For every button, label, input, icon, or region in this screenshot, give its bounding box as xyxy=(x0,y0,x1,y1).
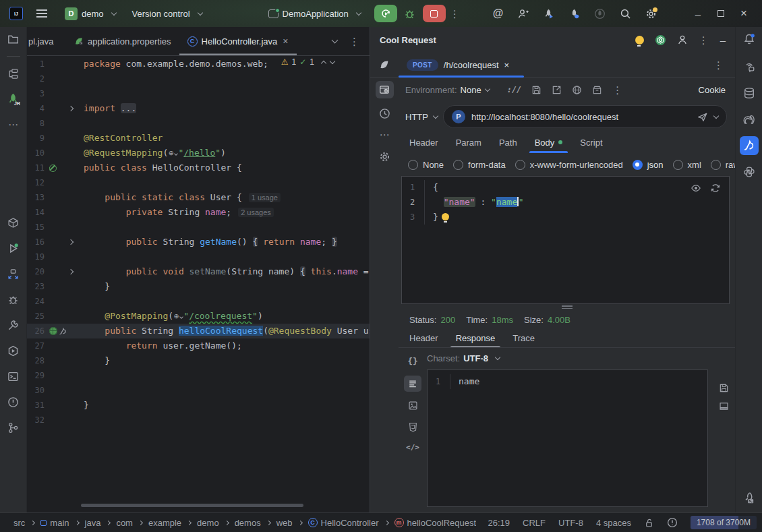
save-response-button[interactable] xyxy=(719,383,729,393)
code-line[interactable]: 31} xyxy=(27,398,370,413)
database-tool-button[interactable] xyxy=(740,84,759,102)
fold-arrow-icon[interactable] xyxy=(68,269,74,274)
more-tools-button[interactable]: ⋯ xyxy=(4,115,23,134)
lightbulb-icon[interactable] xyxy=(442,213,449,220)
java-rest-tool-button[interactable]: JR xyxy=(4,90,23,109)
preview-eye-button[interactable] xyxy=(691,183,701,194)
code-line[interactable]: 19 xyxy=(27,249,370,264)
save-request-button[interactable] xyxy=(531,85,541,95)
line-separator[interactable]: CRLF xyxy=(523,518,546,528)
code-line[interactable]: 8 xyxy=(27,116,370,131)
code-line[interactable]: 14 private String name;2 usages xyxy=(27,205,370,220)
body-line[interactable]: 1{ xyxy=(402,180,729,195)
api-gutter-icon[interactable] xyxy=(49,327,57,335)
cool-request-gutter-icon[interactable] xyxy=(59,327,67,336)
debug-tool-button[interactable] xyxy=(4,290,23,309)
chevron-down-icon[interactable] xyxy=(495,354,500,359)
refresh-body-button[interactable] xyxy=(710,183,721,194)
python-tool-button[interactable] xyxy=(740,162,759,181)
code-line[interactable]: 12 xyxy=(27,175,370,190)
response-line[interactable]: 1name xyxy=(428,374,707,389)
project-tool-button[interactable] xyxy=(4,30,23,49)
body-line[interactable]: 2 "name" : "name" xyxy=(402,195,729,210)
search-everywhere-button[interactable] xyxy=(620,8,631,20)
code-line[interactable]: 23 } xyxy=(27,279,370,294)
breadcrumb-item[interactable]: mhelloCoolRequest xyxy=(394,518,477,528)
url-input[interactable]: P http://localhost:8080/hello/coolreques… xyxy=(443,105,727,128)
breadcrumb-item[interactable]: main xyxy=(40,518,69,528)
inspections-status-button[interactable] xyxy=(667,517,678,528)
globe-icon[interactable]: ⊕ xyxy=(173,312,183,321)
export-button[interactable] xyxy=(552,85,562,95)
close-tab-icon[interactable]: × xyxy=(283,36,288,47)
editor-tab[interactable]: pl.java xyxy=(27,27,66,55)
globe-settings-button[interactable] xyxy=(572,85,582,95)
gradle-tool-button[interactable] xyxy=(740,110,759,129)
window-close-button[interactable]: × xyxy=(732,7,755,20)
code-line[interactable]: 4import ... xyxy=(27,101,370,116)
rail-settings-button[interactable] xyxy=(376,148,392,165)
text-view-button[interactable] xyxy=(404,376,421,392)
vcs-widget[interactable]: Version control xyxy=(128,6,206,22)
archive-button[interactable] xyxy=(592,85,602,95)
next-problem-button[interactable] xyxy=(330,58,335,63)
run-more-button[interactable]: ⋮ xyxy=(446,6,465,22)
editor-tab[interactable]: CHelloController.java× xyxy=(179,27,297,55)
breadcrumb-item[interactable]: java xyxy=(85,518,101,528)
html-view-button[interactable] xyxy=(405,419,421,435)
editor-tab[interactable]: application.properties xyxy=(66,27,179,55)
code-line[interactable]: 9@RestController xyxy=(27,131,370,146)
cool-request-tool-button[interactable] xyxy=(740,136,759,155)
run-anything-tool-button[interactable] xyxy=(4,341,23,360)
code-line[interactable]: 28 } xyxy=(27,353,370,368)
window-minimize-button[interactable]: – xyxy=(686,8,709,20)
close-tab-icon[interactable]: × xyxy=(504,60,510,70)
image-view-button[interactable] xyxy=(405,397,421,413)
protocol-select[interactable]: HTTP xyxy=(405,112,438,122)
inspection-widget[interactable]: ⚠1 ✓1 xyxy=(281,57,334,67)
problems-tool-button[interactable] xyxy=(4,392,23,411)
panel-options-button[interactable]: ⋮ xyxy=(699,35,709,45)
charset-value[interactable]: UTF-8 xyxy=(463,353,488,363)
readonly-lock-button[interactable] xyxy=(644,518,654,528)
rail-more-button[interactable]: ⋯ xyxy=(380,128,390,142)
open-in-window-button[interactable] xyxy=(719,401,729,411)
breadcrumb-item[interactable]: demos xyxy=(235,518,261,528)
notifications-button[interactable] xyxy=(740,30,759,49)
code-line[interactable]: 16 public String getName() { return name… xyxy=(27,235,370,249)
breadcrumb-item[interactable]: com xyxy=(116,518,133,528)
tab-path[interactable]: Path xyxy=(499,131,517,153)
body-type-xml[interactable]: xml xyxy=(673,160,701,170)
body-type-none[interactable]: None xyxy=(408,160,444,170)
tab-row-options-button[interactable]: ⋮ xyxy=(713,60,735,70)
settings-button[interactable] xyxy=(645,8,657,20)
code-line[interactable]: 10@RequestMapping(⊕"/hello") xyxy=(27,146,370,160)
panel-hide-button[interactable]: – xyxy=(720,34,726,46)
dependencies-tool-button[interactable] xyxy=(4,213,23,232)
file-encoding[interactable]: UTF-8 xyxy=(558,518,583,528)
request-body-editor[interactable]: 1{2 "name" : "name"3} xyxy=(401,176,730,304)
profiler-debug-button[interactable] xyxy=(568,8,580,20)
breadcrumb-item[interactable]: example xyxy=(148,518,181,528)
code-line[interactable]: 30 xyxy=(27,383,370,398)
response-editor[interactable]: 1name xyxy=(427,370,708,507)
window-maximize-button[interactable] xyxy=(709,10,732,17)
splitter-handle[interactable] xyxy=(399,304,735,310)
body-type-form-data[interactable]: form-data xyxy=(453,160,506,170)
code-line[interactable]: 25 @PostMapping(⊕"/coolrequest") xyxy=(27,309,370,324)
code-editor[interactable]: ⚠1 ✓1 1package com.example.demo.demos.we… xyxy=(27,57,370,512)
chevron-down-icon[interactable] xyxy=(484,86,490,91)
code-line[interactable]: 32 xyxy=(27,413,370,427)
code-line[interactable]: 11public class HelloController { xyxy=(27,160,370,175)
code-line[interactable]: 15 xyxy=(27,220,370,235)
code-snippet-button[interactable]: :// xyxy=(507,85,522,94)
body-type-x-www-form-urlencoded[interactable]: x-www-form-urlencoded xyxy=(515,160,623,170)
build-tool-button[interactable] xyxy=(4,316,23,334)
tab-header[interactable]: Header xyxy=(409,329,438,347)
env-more-button[interactable]: ⋮ xyxy=(612,85,623,95)
tab-trace[interactable]: Trace xyxy=(512,329,535,347)
indent-style[interactable]: 4 spaces xyxy=(596,518,631,528)
prev-problem-button[interactable] xyxy=(321,60,326,65)
breadcrumb-item[interactable]: demo xyxy=(197,518,219,528)
history-button[interactable] xyxy=(376,105,392,121)
